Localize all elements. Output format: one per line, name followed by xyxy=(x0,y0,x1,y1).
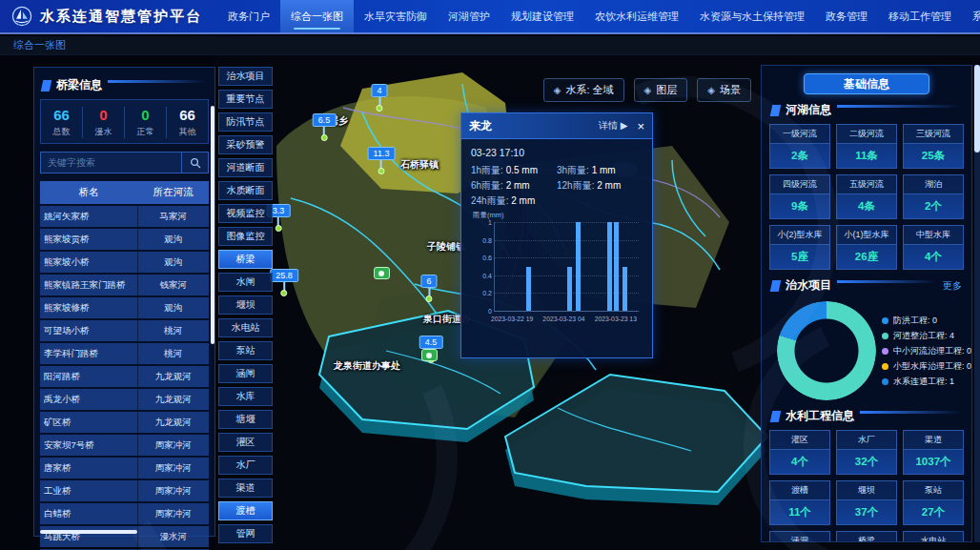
col-bridge-name: 桥名 xyxy=(40,181,138,204)
card-value: 27个 xyxy=(904,500,963,524)
close-icon[interactable]: × xyxy=(637,120,644,132)
layer-item-渡槽[interactable]: 渡槽 xyxy=(218,501,273,520)
vertical-scrollbar[interactable] xyxy=(211,106,214,344)
nav-item-农饮水利运维管理[interactable]: 农饮水利运维管理 xyxy=(584,0,689,32)
layer-item-堰坝[interactable]: 堰坝 xyxy=(218,295,273,315)
project-info-header: 水利工程信息 xyxy=(771,408,962,424)
nav-item-河湖管护[interactable]: 河湖管护 xyxy=(438,0,500,32)
camera-icon[interactable] xyxy=(421,349,438,361)
stat-value: 0 xyxy=(83,107,124,123)
map-label-子陵铺镇: 子陵铺镇 xyxy=(427,240,465,254)
nav-item-规划建设管理[interactable]: 规划建设管理 xyxy=(500,0,584,32)
table-row[interactable]: 阳河踏桥九龙观河 xyxy=(40,366,209,387)
nav-item-政务管理[interactable]: 政务管理 xyxy=(815,0,878,32)
camera-icon[interactable] xyxy=(374,267,390,279)
table-row[interactable]: 可望场小桥桃河 xyxy=(40,320,209,341)
table-row[interactable]: 熊家镇路王家门踏桥钱家河 xyxy=(40,275,209,295)
stat-label: 正常 xyxy=(125,126,166,138)
marker-dot xyxy=(376,105,382,112)
card-label: 小(1)型水库 xyxy=(837,226,896,245)
layer-item-图像监控[interactable]: 图像监控 xyxy=(218,227,273,246)
layer-item-泵站[interactable]: 泵站 xyxy=(218,341,273,360)
stat-label: 总数 xyxy=(41,126,82,138)
table-row[interactable]: 矿区桥九龙观河 xyxy=(40,412,209,433)
popup-detail-link[interactable]: 详情 ▶ xyxy=(599,119,627,132)
layer-item-水电站[interactable]: 水电站 xyxy=(218,318,273,337)
card-label: 桥梁 xyxy=(837,532,896,542)
table-row[interactable]: 安家坝7号桥周家冲河 xyxy=(40,435,209,456)
layer-item-管网[interactable]: 管网 xyxy=(218,524,273,543)
cell-river-name: 周家冲河 xyxy=(138,503,209,524)
layer-item-采砂预警[interactable]: 采砂预警 xyxy=(218,135,273,154)
map-marker[interactable]: 6 xyxy=(420,271,437,302)
right-scrollbar-thumb[interactable] xyxy=(974,65,980,153)
layer-item-涵闸[interactable]: 涵闸 xyxy=(218,364,273,383)
layer-item-治水项目[interactable]: 治水项目 xyxy=(218,67,273,86)
nav-item-系统管理[interactable]: 系统管理 xyxy=(962,0,980,32)
map-label-石桥驿镇: 石桥驿镇 xyxy=(400,158,439,172)
info-card-水电站: 水电站3个 xyxy=(903,531,964,542)
layer-item-水闸[interactable]: 水闸 xyxy=(218,273,273,292)
cell-river-name: 周家冲河 xyxy=(138,435,209,456)
cell-river-name: 周家冲河 xyxy=(138,480,209,501)
table-row[interactable]: 姚河矢家桥马家河 xyxy=(40,206,209,227)
layer-item-水质断面[interactable]: 水质断面 xyxy=(218,181,273,200)
info-card-涵洞: 涵洞47个 xyxy=(769,531,830,542)
more-link[interactable]: 更多 xyxy=(943,279,962,293)
map-control-场景[interactable]: ◈场景 xyxy=(697,78,751,102)
layer-item-桥梁[interactable]: 桥梁 xyxy=(218,250,273,269)
legend-label: 水系连通工程: 1 xyxy=(893,374,954,389)
layer-item-灌区[interactable]: 灌区 xyxy=(218,433,273,452)
map-control-图层[interactable]: ◈图层 xyxy=(634,78,688,102)
layer-item-塘堰[interactable]: 塘堰 xyxy=(218,410,273,429)
chart-x-tick: 2023-03-23 04 xyxy=(542,316,584,322)
nav-item-综合一张图[interactable]: 综合一张图 xyxy=(280,0,354,32)
table-row[interactable]: 工业桥周家冲河 xyxy=(40,480,209,501)
section-marker-icon xyxy=(41,80,52,92)
base-info-tab[interactable]: 基础信息 xyxy=(804,73,929,94)
nav-item-水旱灾害防御[interactable]: 水旱灾害防御 xyxy=(354,0,438,32)
layer-item-水库[interactable]: 水库 xyxy=(218,387,273,406)
cell-bridge-name: 熊家镇路王家门踏桥 xyxy=(40,275,138,295)
cell-river-name: 桃河 xyxy=(138,320,209,341)
info-card-泵站: 泵站27个 xyxy=(903,480,964,525)
marker-dot xyxy=(281,290,288,296)
layer-item-渠道[interactable]: 渠道 xyxy=(218,479,273,498)
control-label: 场景 xyxy=(720,83,741,97)
base-info-panel: 基础信息 河湖信息 一级河流2条二级河流11条三级河流25条四级河流9条五级河流… xyxy=(761,65,972,542)
map-marker[interactable]: 11.3 xyxy=(368,143,396,174)
table-row[interactable]: 熊家坡修桥观沟 xyxy=(40,297,209,318)
nav-item-水资源与水土保持管理[interactable]: 水资源与水土保持管理 xyxy=(689,0,815,32)
chart-y-tick: 0 xyxy=(478,308,492,315)
table-row[interactable]: 熊家坡贡桥观沟 xyxy=(40,229,209,250)
layer-item-重要节点[interactable]: 重要节点 xyxy=(218,90,273,109)
nav-item-政务门户[interactable]: 政务门户 xyxy=(217,0,280,32)
bridge-panel-header: 桥梁信息 xyxy=(42,77,207,93)
map-marker[interactable]: 25.8 xyxy=(270,265,298,296)
info-card-小(2)型水库: 小(2)型水库5座 xyxy=(769,225,830,270)
layer-item-水厂[interactable]: 水厂 xyxy=(218,456,273,475)
legend-label: 中小河流治理工程: 0 xyxy=(893,343,971,358)
horizontal-scrollbar[interactable] xyxy=(40,530,137,534)
table-row[interactable]: 禹龙小桥九龙观河 xyxy=(40,389,209,410)
table-row[interactable]: 白蜡桥周家冲河 xyxy=(40,503,209,524)
project-info-title: 水利工程信息 xyxy=(786,408,854,424)
map-marker[interactable]: 4 xyxy=(371,80,387,112)
layer-item-河道断面[interactable]: 河道断面 xyxy=(218,158,273,177)
layer-item-视频监控[interactable]: 视频监控 xyxy=(218,204,273,223)
search-input[interactable] xyxy=(40,152,182,173)
table-row[interactable]: 熊家坡小桥观沟 xyxy=(40,252,209,273)
search-button[interactable] xyxy=(182,152,209,173)
breadcrumb[interactable]: 综合一张图 xyxy=(13,38,66,52)
nav-item-移动工作管理[interactable]: 移动工作管理 xyxy=(878,0,962,32)
station-popup: 来龙 详情 ▶ × 03-23 17:10 1h雨量: 0.5 mm3h雨量: … xyxy=(460,112,653,358)
section-line xyxy=(837,105,962,108)
table-row[interactable]: 唐家桥周家冲河 xyxy=(40,458,209,479)
card-value: 1037个 xyxy=(904,450,963,474)
cell-bridge-name: 禹龙小桥 xyxy=(40,389,138,410)
layer-item-防汛节点[interactable]: 防汛节点 xyxy=(218,112,273,132)
map-control-水系: 全域[interactable]: ◈水系: 全域 xyxy=(543,78,624,102)
card-label: 二级河流 xyxy=(837,125,896,144)
map-marker[interactable]: 6.5 xyxy=(313,110,337,141)
table-row[interactable]: 李学科门踏桥桃河 xyxy=(40,343,209,364)
